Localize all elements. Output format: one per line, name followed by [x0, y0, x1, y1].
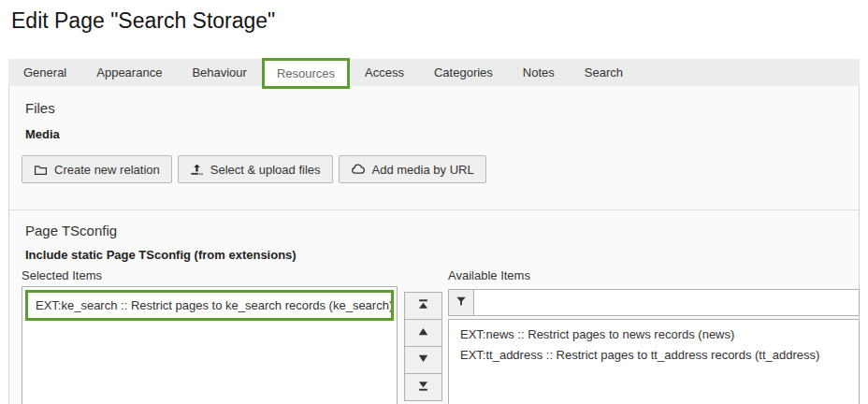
- edit-page-screen: Edit Page "Search Storage" General Appea…: [0, 0, 868, 404]
- tab-categories[interactable]: Categories: [419, 59, 508, 86]
- tab-bar: General Appearance Behaviour Resources A…: [8, 59, 860, 87]
- tab-resources[interactable]: Resources: [262, 58, 350, 89]
- media-button-row: Create new relation Select & upload file…: [22, 155, 486, 183]
- move-to-bottom-button[interactable]: [404, 373, 442, 401]
- tab-appearance[interactable]: Appearance: [81, 59, 177, 86]
- button-label: Select & upload files: [210, 163, 321, 177]
- tab-notes[interactable]: Notes: [508, 59, 570, 86]
- tab-general[interactable]: General: [8, 59, 81, 86]
- available-option-news[interactable]: EXT:news :: Restrict pages to news recor…: [449, 325, 859, 345]
- tab-behaviour[interactable]: Behaviour: [177, 59, 262, 86]
- content-panel: Files Media Create new relation Select &…: [8, 86, 860, 404]
- filter-input[interactable]: [473, 289, 860, 316]
- available-option-tt-address[interactable]: EXT:tt_address :: Restrict pages to tt_a…: [449, 345, 859, 366]
- button-label: Create new relation: [54, 163, 160, 177]
- cloud-icon: [351, 163, 366, 177]
- selected-items-listbox[interactable]: EXT:ke_search :: Restrict pages to ke_se…: [22, 286, 398, 404]
- available-items-filter: [448, 289, 860, 316]
- create-new-relation-button[interactable]: Create new relation: [22, 155, 172, 183]
- add-media-by-url-button[interactable]: Add media by URL: [339, 155, 486, 183]
- files-section-heading: Files: [25, 100, 55, 116]
- move-to-top-button[interactable]: [404, 292, 442, 320]
- move-down-button[interactable]: [404, 346, 442, 374]
- button-label: Add media by URL: [372, 163, 474, 177]
- select-upload-files-button[interactable]: Select & upload files: [178, 155, 333, 183]
- move-buttons-column: [404, 292, 442, 401]
- available-items-label: Available Items: [448, 268, 530, 282]
- media-field-label: Media: [25, 127, 60, 141]
- tsconfig-section-heading: Page TSconfig: [25, 223, 117, 238]
- move-down-icon: [417, 353, 429, 368]
- move-to-bottom-icon: [417, 380, 429, 395]
- section-divider: [9, 209, 859, 210]
- selected-option-ke-search[interactable]: EXT:ke_search :: Restrict pages to ke_se…: [25, 290, 394, 321]
- move-to-top-icon: [417, 298, 429, 313]
- tsconfig-field-label: Include static Page TSconfig (from exten…: [25, 248, 297, 262]
- available-items-listbox[interactable]: EXT:news :: Restrict pages to news recor…: [448, 319, 860, 404]
- page-title: Edit Page "Search Storage": [11, 8, 275, 34]
- move-up-button[interactable]: [404, 319, 442, 347]
- filter-button[interactable]: [448, 289, 474, 316]
- filter-icon: [456, 296, 467, 310]
- move-up-icon: [417, 325, 429, 340]
- folder-icon: [34, 163, 48, 177]
- selected-items-label: Selected Items: [22, 268, 102, 282]
- tab-access[interactable]: Access: [350, 59, 419, 86]
- upload-icon: [190, 163, 204, 177]
- tab-search[interactable]: Search: [570, 59, 638, 86]
